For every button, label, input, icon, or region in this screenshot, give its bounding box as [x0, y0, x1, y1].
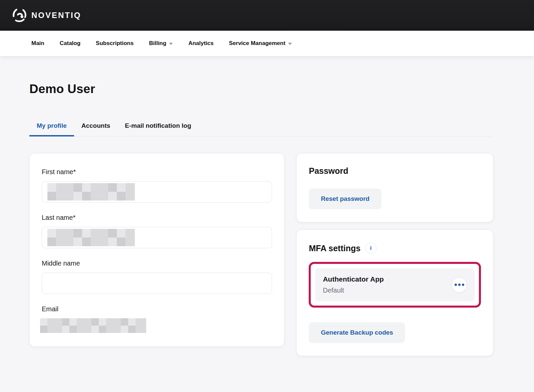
tab-my-profile-label: My profile — [37, 122, 67, 129]
nav-item-billing-label: Billing — [149, 40, 166, 47]
nav-item-billing[interactable]: Billing — [149, 40, 173, 47]
mfa-method-texts: Authenticator App Default — [323, 275, 383, 294]
password-section-title: Password — [309, 166, 481, 176]
nav-item-subscriptions-label: Subscriptions — [96, 40, 134, 47]
middle-name-field-group: Middle name — [42, 260, 272, 294]
tab-accounts[interactable]: Accounts — [74, 118, 118, 136]
nav-item-service-management[interactable]: Service Management — [229, 40, 292, 47]
email-label: Email — [42, 305, 272, 313]
mfa-method-options-button[interactable] — [452, 277, 467, 293]
first-name-input[interactable] — [42, 181, 272, 203]
noventiq-logo-icon — [12, 8, 27, 23]
tab-accounts-label: Accounts — [81, 122, 110, 129]
content-columns: First name* Last name* Middle name Email — [29, 153, 493, 356]
page-title: Demo User — [29, 82, 493, 96]
mfa-method-highlight-box: Authenticator App Default — [309, 262, 481, 308]
ellipsis-icon — [455, 284, 457, 286]
tab-my-profile[interactable]: My profile — [29, 118, 74, 136]
redacted-last-name-value — [47, 229, 135, 246]
chevron-down-icon — [288, 43, 292, 45]
chevron-down-icon — [169, 43, 173, 45]
app-header: NOVENTIQ — [0, 0, 534, 31]
main-nav: Main Catalog Subscriptions Billing Analy… — [0, 31, 534, 56]
reset-password-button[interactable]: Reset password — [309, 188, 381, 209]
middle-name-input[interactable] — [42, 273, 272, 294]
mfa-method-status: Default — [323, 287, 383, 294]
redacted-first-name-value — [47, 183, 135, 201]
mfa-method-item: Authenticator App Default — [315, 268, 475, 302]
nav-item-catalog[interactable]: Catalog — [60, 40, 80, 47]
tab-email-notification-log[interactable]: E-mail notification log — [117, 118, 198, 136]
first-name-field-group: First name* — [42, 168, 272, 203]
nav-item-analytics[interactable]: Analytics — [188, 40, 214, 47]
mfa-method-name: Authenticator App — [323, 275, 383, 283]
first-name-label: First name* — [42, 168, 272, 176]
nav-item-catalog-label: Catalog — [60, 40, 80, 47]
mfa-settings-header: MFA settings i — [309, 243, 481, 254]
nav-item-subscriptions[interactable]: Subscriptions — [96, 40, 134, 47]
info-icon[interactable]: i — [365, 243, 376, 254]
nav-item-main-label: Main — [31, 40, 44, 47]
last-name-input[interactable] — [42, 227, 272, 248]
middle-name-label: Middle name — [42, 260, 272, 267]
ellipsis-icon — [458, 284, 461, 286]
nav-item-service-management-label: Service Management — [229, 40, 285, 47]
email-field-group: Email — [42, 305, 272, 333]
noventiq-logo: NOVENTIQ — [12, 8, 81, 23]
ellipsis-icon — [462, 284, 464, 286]
mfa-settings-card: MFA settings i Authenticator App Default — [296, 230, 493, 356]
logo-wordmark: NOVENTIQ — [31, 11, 81, 20]
profile-form-card: First name* Last name* Middle name Email — [29, 153, 284, 347]
mfa-settings-title: MFA settings — [309, 244, 360, 253]
nav-item-main[interactable]: Main — [31, 40, 44, 47]
right-column: Password Reset password MFA settings i A… — [296, 153, 493, 356]
last-name-field-group: Last name* — [42, 214, 272, 248]
password-card: Password Reset password — [296, 153, 493, 222]
page-content: Demo User My profile Accounts E-mail not… — [0, 82, 534, 356]
tab-email-notification-log-label: E-mail notification log — [125, 122, 191, 129]
last-name-label: Last name* — [42, 214, 272, 222]
redacted-email-value — [40, 318, 146, 333]
profile-tabs: My profile Accounts E-mail notification … — [29, 118, 493, 136]
nav-item-analytics-label: Analytics — [188, 40, 214, 47]
generate-backup-codes-button[interactable]: Generate Backup codes — [309, 322, 405, 343]
